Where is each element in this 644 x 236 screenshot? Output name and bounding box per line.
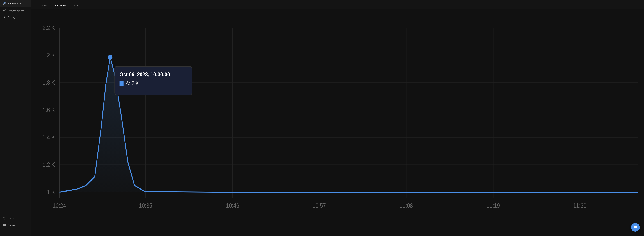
tab-bar: List View Time Series Table <box>32 0 644 9</box>
gear-icon <box>3 16 6 19</box>
sidebar-item-support[interactable]: Support <box>0 221 31 228</box>
svg-text:10:57: 10:57 <box>312 202 326 209</box>
svg-text:Oct 06, 2023, 10:30:00: Oct 06, 2023, 10:30:00 <box>120 71 170 77</box>
chart-icon <box>3 9 6 12</box>
version-icon <box>3 217 6 220</box>
main-content: List View Time Series Table <box>32 0 644 236</box>
svg-text:11:19: 11:19 <box>487 202 500 209</box>
tab-list-view[interactable]: List View <box>34 2 50 9</box>
time-series-chart: 2.2 K 2 K 1.8 K 1.6 K 1.4 K 1.2 K 1 K 10… <box>33 12 642 234</box>
svg-rect-45 <box>120 81 124 86</box>
svg-text:2.2 K: 2.2 K <box>42 24 55 31</box>
version-label: v0.30.0 <box>7 217 14 220</box>
svg-point-42 <box>108 55 112 60</box>
support-label: Support <box>8 224 16 226</box>
sidebar-item-label: Service Map <box>8 2 21 5</box>
svg-text:1.2 K: 1.2 K <box>42 161 55 168</box>
sidebar-item-service-map[interactable]: Service Map <box>0 0 31 7</box>
svg-point-5 <box>4 17 5 18</box>
svg-text:A: 2 K: A: 2 K <box>126 80 139 86</box>
tab-table[interactable]: Table <box>69 2 81 9</box>
chart-legend: A <box>33 235 642 236</box>
svg-text:11:30: 11:30 <box>573 202 586 209</box>
support-icon <box>3 223 6 227</box>
svg-text:10:46: 10:46 <box>226 202 239 209</box>
collapse-button[interactable] <box>0 228 31 234</box>
chart-container: 2.2 K 2 K 1.8 K 1.6 K 1.4 K 1.2 K 1 K 10… <box>32 9 644 236</box>
svg-text:1.4 K: 1.4 K <box>42 134 55 141</box>
sidebar-item-label: Settings <box>8 16 16 19</box>
sidebar-item-label: Usage Explorer <box>8 9 24 12</box>
sidebar-item-settings[interactable]: Settings <box>0 14 31 21</box>
svg-text:1.8 K: 1.8 K <box>42 79 55 86</box>
sidebar-bottom: v0.30.0 Support <box>0 214 31 236</box>
svg-text:10:35: 10:35 <box>139 202 152 209</box>
version-item: v0.30.0 <box>0 216 31 221</box>
svg-text:1 K: 1 K <box>47 189 55 196</box>
svg-text:11:08: 11:08 <box>400 202 413 209</box>
svg-point-8 <box>4 225 5 225</box>
chart-wrapper: 2.2 K 2 K 1.8 K 1.6 K 1.4 K 1.2 K 1 K 10… <box>33 12 642 234</box>
sidebar-item-usage-explorer[interactable]: Usage Explorer <box>0 7 31 14</box>
svg-text:1.6 K: 1.6 K <box>42 106 55 113</box>
chat-button[interactable] <box>631 223 640 232</box>
map-icon <box>3 2 6 5</box>
sidebar: Service Map Usage Explorer Settings <box>0 0 32 236</box>
tab-time-series[interactable]: Time Series <box>50 2 69 9</box>
svg-text:2 K: 2 K <box>47 52 55 59</box>
svg-text:10:24: 10:24 <box>53 202 66 209</box>
